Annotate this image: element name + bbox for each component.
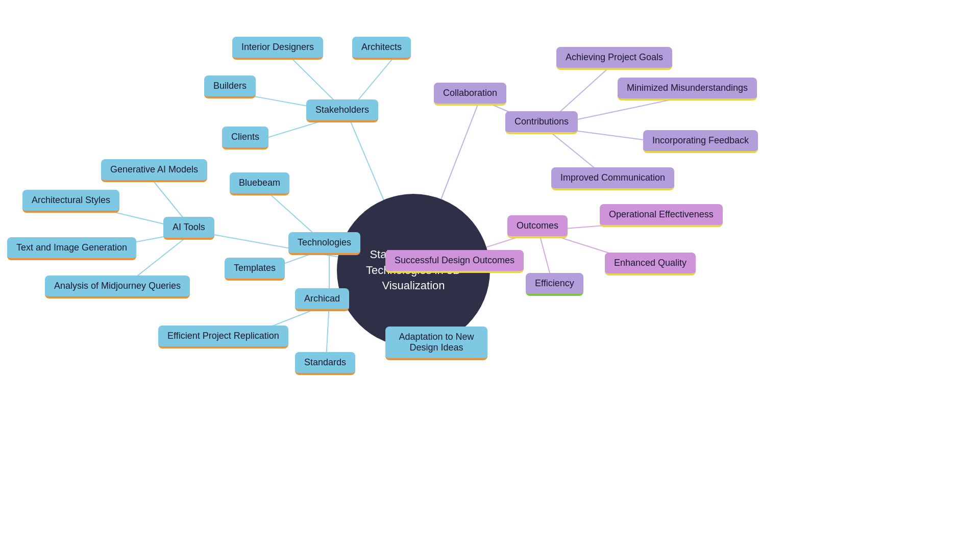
node-collaboration[interactable]: Collaboration [434, 83, 506, 106]
node-interior-designers[interactable]: Interior Designers [232, 37, 323, 60]
node-operational-effectiveness[interactable]: Operational Effectiveness [600, 204, 723, 227]
node-adaptation-new-design[interactable]: Adaptation to New Design Ideas [385, 327, 487, 360]
node-bluebeam[interactable]: Bluebeam [230, 172, 289, 195]
node-standards[interactable]: Standards [295, 352, 355, 375]
node-achieving-project-goals[interactable]: Achieving Project Goals [556, 47, 672, 70]
node-successful-design-outcomes[interactable]: Successful Design Outcomes [385, 250, 524, 273]
node-text-image-generation[interactable]: Text and Image Generation [7, 237, 136, 260]
node-analysis-midjourney-queries[interactable]: Analysis of Midjourney Queries [45, 276, 190, 298]
node-minimized-misunderstandings[interactable]: Minimized Misunderstandings [618, 78, 757, 101]
node-templates[interactable]: Templates [225, 258, 285, 281]
node-generative-ai-models[interactable]: Generative AI Models [101, 159, 207, 182]
node-architects[interactable]: Architects [352, 37, 411, 60]
node-clients[interactable]: Clients [222, 127, 268, 149]
node-improved-communication[interactable]: Improved Communication [551, 167, 674, 190]
node-efficient-project-replication[interactable]: Efficient Project Replication [158, 325, 288, 348]
node-archicad[interactable]: Archicad [295, 288, 349, 311]
node-outcomes[interactable]: Outcomes [507, 215, 568, 238]
node-enhanced-quality[interactable]: Enhanced Quality [605, 253, 696, 276]
node-efficiency[interactable]: Efficiency [526, 273, 583, 296]
node-ai-tools[interactable]: AI Tools [163, 217, 214, 240]
node-stakeholders[interactable]: Stakeholders [306, 99, 378, 122]
node-architectural-styles[interactable]: Architectural Styles [22, 190, 119, 213]
node-incorporating-feedback[interactable]: Incorporating Feedback [643, 130, 758, 153]
node-contributions[interactable]: Contributions [505, 111, 578, 134]
node-builders[interactable]: Builders [204, 76, 256, 98]
node-technologies[interactable]: Technologies [288, 232, 360, 255]
